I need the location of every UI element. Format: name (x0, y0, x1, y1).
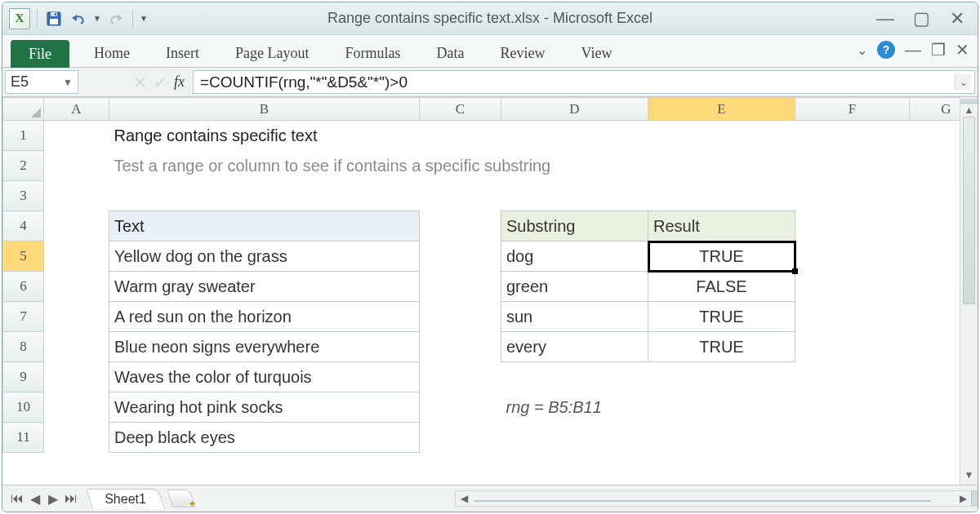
tab-data[interactable]: Data (419, 39, 483, 67)
quick-access-toolbar: X ▼ ▼ (9, 8, 148, 29)
qat-customize-icon[interactable]: ▼ (140, 14, 148, 23)
cell-text-4[interactable]: Blue neon signs everywhere (109, 332, 420, 362)
ribbon: File Home Insert Page Layout Formulas Da… (2, 35, 978, 68)
undo-icon[interactable] (69, 9, 88, 29)
maximize-icon[interactable]: ▢ (912, 8, 930, 29)
cell-note[interactable]: rng = B5:B11 (501, 392, 795, 423)
vertical-scrollbar[interactable]: ▲ ▼ (960, 97, 978, 485)
cell-text-2[interactable]: Warm gray sweater (109, 272, 420, 302)
cell-text-7[interactable]: Deep black eyes (109, 423, 420, 453)
select-all-corner[interactable] (3, 98, 44, 121)
minimize-icon[interactable]: ― (876, 8, 894, 29)
sheet-tab-strip: ⏮ ◀ ▶ ⏭ Sheet1 ✦ ◀ ▶ (2, 485, 978, 512)
col-header-f[interactable]: F (795, 98, 910, 121)
tab-formulas[interactable]: Formulas (327, 39, 418, 67)
cancel-formula-icon: ✕ (133, 73, 147, 92)
row-header-8[interactable]: 8 (3, 332, 44, 362)
row-header-2[interactable]: 2 (3, 151, 44, 181)
tab-page-layout[interactable]: Page Layout (217, 39, 327, 67)
tab-nav-prev-icon[interactable]: ◀ (27, 491, 43, 507)
cell-text-6[interactable]: Wearing hot pink socks (109, 392, 420, 423)
name-box-dropdown-icon[interactable]: ▼ (63, 77, 73, 88)
tab-review[interactable]: Review (482, 39, 563, 67)
cell-sub-2[interactable]: green (501, 272, 648, 302)
redo-icon[interactable] (106, 9, 126, 29)
scroll-right-icon[interactable]: ▶ (955, 493, 971, 504)
vsplit-handle[interactable] (960, 99, 978, 104)
svg-rect-3 (55, 13, 56, 16)
cell-result-header[interactable]: Result (648, 211, 795, 241)
cell-res-1[interactable]: TRUE (648, 241, 795, 272)
row-header-5[interactable]: 5 (3, 241, 44, 272)
tab-home[interactable]: Home (76, 39, 148, 67)
enter-formula-icon: ✓ (154, 73, 167, 92)
tab-nav-next-icon[interactable]: ▶ (45, 491, 61, 507)
save-icon[interactable] (44, 9, 64, 29)
titlebar: X ▼ ▼ Range contains specific text.xlsx … (2, 2, 978, 35)
cell-res-4[interactable]: TRUE (648, 332, 795, 362)
scroll-down-icon[interactable]: ▼ (960, 467, 978, 483)
name-box[interactable]: E5 ▼ (5, 70, 78, 94)
cell-res-2[interactable]: FALSE (648, 272, 795, 302)
col-header-e[interactable]: E (648, 98, 795, 121)
cell-substring-header[interactable]: Substring (501, 211, 648, 241)
worksheet-grid[interactable]: A B C D E F G 1 Range contains specific … (2, 97, 960, 485)
cell-text-3[interactable]: A red sun on the horizon (109, 302, 420, 332)
cell-text-1[interactable]: Yellow dog on the grass (109, 241, 420, 272)
row-header-1[interactable]: 1 (3, 121, 44, 151)
cell-text-5[interactable]: Waves the color of turquois (109, 362, 420, 392)
doc-close-icon[interactable]: ✕ (956, 40, 969, 60)
window-title: Range contains specific text.xlsx - Micr… (2, 10, 978, 27)
row-header-3[interactable]: 3 (3, 181, 44, 211)
scroll-left-icon[interactable]: ◀ (456, 493, 472, 504)
col-header-c[interactable]: C (420, 98, 501, 121)
col-header-d[interactable]: D (501, 98, 648, 121)
ribbon-minimize-icon[interactable]: ⌄ (857, 42, 867, 58)
col-header-g[interactable]: G (910, 98, 960, 121)
sheet-tab-label: Sheet1 (105, 492, 146, 507)
cell-subtitle[interactable]: Test a range or column to see if contain… (109, 151, 960, 181)
excel-window: X ▼ ▼ Range contains specific text.xlsx … (2, 2, 978, 512)
tab-view[interactable]: View (563, 39, 630, 67)
scroll-up-icon[interactable]: ▲ (960, 102, 978, 118)
row-header-9[interactable]: 9 (3, 362, 44, 392)
row-header-11[interactable]: 11 (3, 423, 44, 453)
tab-insert[interactable]: Insert (148, 39, 217, 67)
name-box-value: E5 (11, 73, 29, 91)
close-icon[interactable]: ✕ (948, 8, 966, 29)
vscroll-thumb[interactable] (963, 117, 975, 304)
cell-sub-1[interactable]: dog (501, 241, 648, 272)
fx-icon[interactable]: fx (174, 73, 185, 91)
svg-rect-1 (50, 19, 58, 24)
doc-restore-icon[interactable]: ❐ (931, 40, 946, 60)
cell-sub-4[interactable]: every (501, 332, 648, 362)
formula-text: =COUNTIF(rng,"*"&D5&"*")>0 (200, 73, 408, 91)
hsplit-handle[interactable] (971, 491, 978, 506)
tab-nav-last-icon[interactable]: ⏭ (63, 491, 79, 507)
row-header-7[interactable]: 7 (3, 302, 44, 332)
worksheet-area: A B C D E F G 1 Range contains specific … (2, 97, 978, 485)
formula-input[interactable]: =COUNTIF(rng,"*"&D5&"*")>0 ⌄ (193, 70, 975, 94)
tab-nav-first-icon[interactable]: ⏮ (9, 491, 25, 507)
help-icon[interactable]: ? (877, 41, 895, 59)
excel-app-icon[interactable]: X (9, 8, 30, 29)
col-header-a[interactable]: A (44, 98, 109, 121)
cell-text-header[interactable]: Text (109, 211, 420, 241)
row-header-10[interactable]: 10 (3, 392, 44, 423)
cell-title[interactable]: Range contains specific text (109, 121, 960, 151)
sheet-tab-sheet1[interactable]: Sheet1 (86, 489, 165, 509)
row-header-4[interactable]: 4 (3, 211, 44, 241)
row-header-6[interactable]: 6 (3, 272, 44, 302)
hscroll-thumb[interactable] (474, 500, 931, 502)
cell-res-3[interactable]: TRUE (648, 302, 795, 332)
col-header-b[interactable]: B (109, 98, 420, 121)
new-sheet-icon[interactable]: ✦ (167, 490, 195, 507)
cell-sub-3[interactable]: sun (501, 302, 648, 332)
undo-dropdown-icon[interactable]: ▼ (93, 14, 101, 23)
formula-expand-icon[interactable]: ⌄ (955, 74, 971, 90)
horizontal-scrollbar[interactable]: ◀ ▶ (455, 490, 978, 507)
formula-bar: E5 ▼ ✕ ✓ fx =COUNTIF(rng,"*"&D5&"*")>0 ⌄ (2, 68, 978, 97)
doc-minimize-icon[interactable]: ― (905, 41, 921, 60)
file-tab[interactable]: File (11, 40, 69, 68)
